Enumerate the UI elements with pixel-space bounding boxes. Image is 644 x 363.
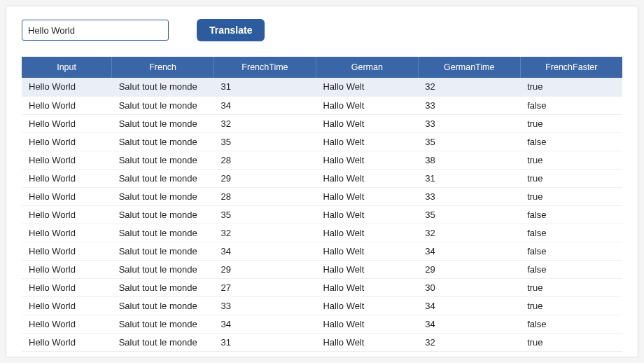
- cell-french-faster: false: [520, 315, 622, 333]
- cell-german: Hallo Welt: [316, 96, 418, 114]
- cell-german-time: 29: [418, 260, 520, 278]
- table-row[interactable]: Hello WorldSalut tout le monde32Hallo We…: [22, 114, 622, 132]
- cell-german: Hallo Welt: [316, 78, 418, 96]
- cell-french-time: 29: [214, 260, 316, 278]
- cell-french: Salut tout le monde: [112, 114, 214, 132]
- cell-input: Hello World: [22, 315, 112, 333]
- cell-german-time: 35: [418, 205, 520, 224]
- translate-input[interactable]: [22, 20, 169, 41]
- cell-german: Hallo Welt: [316, 151, 418, 169]
- cell-input: Hello World: [22, 224, 112, 242]
- cell-german-time: 32: [418, 78, 520, 96]
- cell-french-time: 35: [214, 132, 316, 151]
- cell-german: Hallo Welt: [316, 315, 418, 333]
- cell-input: Hello World: [22, 132, 112, 151]
- cell-german: Hallo Welt: [316, 351, 418, 357]
- cell-french-faster: true: [520, 278, 622, 296]
- cell-french: Salut tout le monde: [112, 224, 214, 242]
- table-row[interactable]: Hello WorldSalut tout le monde29Hallo We…: [22, 260, 622, 278]
- table-row[interactable]: Hello WorldSalut tout le monde34Hallo We…: [22, 242, 622, 260]
- table-row[interactable]: Hello WorldSalut tout le monde33Hallo We…: [22, 351, 622, 357]
- cell-german: Hallo Welt: [316, 242, 418, 260]
- cell-french-faster: false: [520, 132, 622, 151]
- cell-french-faster: false: [520, 260, 622, 278]
- cell-german-time: 32: [418, 333, 520, 351]
- main-panel: Translate Input French FrenchTime German…: [6, 6, 638, 357]
- cell-german: Hallo Welt: [316, 187, 418, 205]
- cell-german-time: 33: [418, 96, 520, 114]
- col-header-french-faster[interactable]: FrenchFaster: [520, 57, 622, 78]
- cell-french-time: 28: [214, 187, 316, 205]
- cell-german-time: 33: [418, 187, 520, 205]
- cell-french: Salut tout le monde: [112, 278, 214, 296]
- cell-french-faster: false: [520, 205, 622, 224]
- cell-german: Hallo Welt: [316, 205, 418, 224]
- table-row[interactable]: Hello WorldSalut tout le monde27Hallo We…: [22, 278, 622, 296]
- cell-german-time: 32: [418, 224, 520, 242]
- cell-german: Hallo Welt: [316, 132, 418, 151]
- cell-french: Salut tout le monde: [112, 351, 214, 357]
- cell-french: Salut tout le monde: [112, 96, 214, 114]
- cell-french-faster: true: [520, 151, 622, 169]
- cell-french-time: 27: [214, 278, 316, 296]
- cell-french-time: 29: [214, 169, 316, 187]
- cell-german: Hallo Welt: [316, 260, 418, 278]
- table-row[interactable]: Hello WorldSalut tout le monde35Hallo We…: [22, 132, 622, 151]
- cell-french: Salut tout le monde: [112, 187, 214, 205]
- cell-german-time: 38: [418, 151, 520, 169]
- cell-french: Salut tout le monde: [112, 169, 214, 187]
- cell-french: Salut tout le monde: [112, 242, 214, 260]
- col-header-german[interactable]: German: [316, 57, 418, 78]
- table-row[interactable]: Hello WorldSalut tout le monde32Hallo We…: [22, 224, 622, 242]
- cell-input: Hello World: [22, 333, 112, 351]
- table-row[interactable]: Hello WorldSalut tout le monde28Hallo We…: [22, 151, 622, 169]
- col-header-input[interactable]: Input: [22, 57, 112, 78]
- cell-french: Salut tout le monde: [112, 205, 214, 224]
- cell-german: Hallo Welt: [316, 333, 418, 351]
- translate-button[interactable]: Translate: [197, 19, 265, 41]
- cell-french: Salut tout le monde: [112, 78, 214, 96]
- cell-input: Hello World: [22, 296, 112, 315]
- cell-french: Salut tout le monde: [112, 333, 214, 351]
- table-header-row: Input French FrenchTime German GermanTim…: [22, 57, 622, 78]
- cell-french-time: 28: [214, 151, 316, 169]
- col-header-french[interactable]: French: [112, 57, 214, 78]
- cell-german: Hallo Welt: [316, 224, 418, 242]
- cell-french-faster: true: [520, 333, 622, 351]
- col-header-german-time[interactable]: GermanTime: [418, 57, 520, 78]
- cell-french-faster: true: [520, 169, 622, 187]
- results-table: Input French FrenchTime German GermanTim…: [22, 57, 622, 357]
- cell-german: Hallo Welt: [316, 114, 418, 132]
- col-header-french-time[interactable]: FrenchTime: [214, 57, 316, 78]
- cell-input: Hello World: [22, 96, 112, 114]
- cell-german-time: 33: [418, 351, 520, 357]
- cell-german-time: 30: [418, 278, 520, 296]
- cell-french-time: 31: [214, 78, 316, 96]
- table-row[interactable]: Hello WorldSalut tout le monde34Hallo We…: [22, 315, 622, 333]
- cell-german: Hallo Welt: [316, 278, 418, 296]
- cell-french: Salut tout le monde: [112, 151, 214, 169]
- cell-german-time: 33: [418, 114, 520, 132]
- cell-german-time: 31: [418, 169, 520, 187]
- table-row[interactable]: Hello WorldSalut tout le monde28Hallo We…: [22, 187, 622, 205]
- table-row[interactable]: Hello WorldSalut tout le monde29Hallo We…: [22, 169, 622, 187]
- cell-input: Hello World: [22, 78, 112, 96]
- cell-french-faster: true: [520, 78, 622, 96]
- table-row[interactable]: Hello WorldSalut tout le monde31Hallo We…: [22, 78, 622, 96]
- cell-french: Salut tout le monde: [112, 315, 214, 333]
- cell-input: Hello World: [22, 114, 112, 132]
- toolbar: Translate: [22, 19, 622, 41]
- cell-input: Hello World: [22, 205, 112, 224]
- cell-french-time: 31: [214, 333, 316, 351]
- table-row[interactable]: Hello WorldSalut tout le monde31Hallo We…: [22, 333, 622, 351]
- table-row[interactable]: Hello WorldSalut tout le monde35Hallo We…: [22, 205, 622, 224]
- cell-german-time: 35: [418, 132, 520, 151]
- cell-french-faster: true: [520, 296, 622, 315]
- cell-french-time: 34: [214, 96, 316, 114]
- table-row[interactable]: Hello WorldSalut tout le monde33Hallo We…: [22, 296, 622, 315]
- cell-french: Salut tout le monde: [112, 296, 214, 315]
- table-row[interactable]: Hello WorldSalut tout le monde34Hallo We…: [22, 96, 622, 114]
- cell-german: Hallo Welt: [316, 169, 418, 187]
- cell-input: Hello World: [22, 151, 112, 169]
- cell-french-time: 32: [214, 224, 316, 242]
